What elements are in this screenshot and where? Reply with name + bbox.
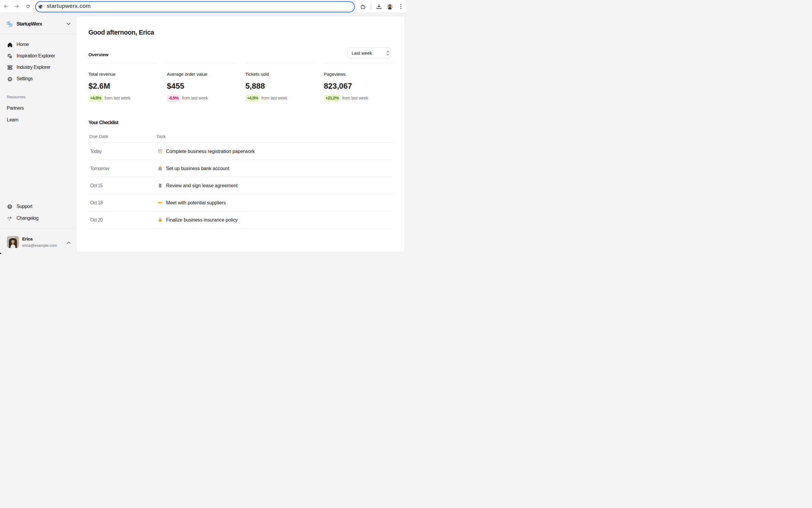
- svg-text:$: $: [160, 167, 161, 168]
